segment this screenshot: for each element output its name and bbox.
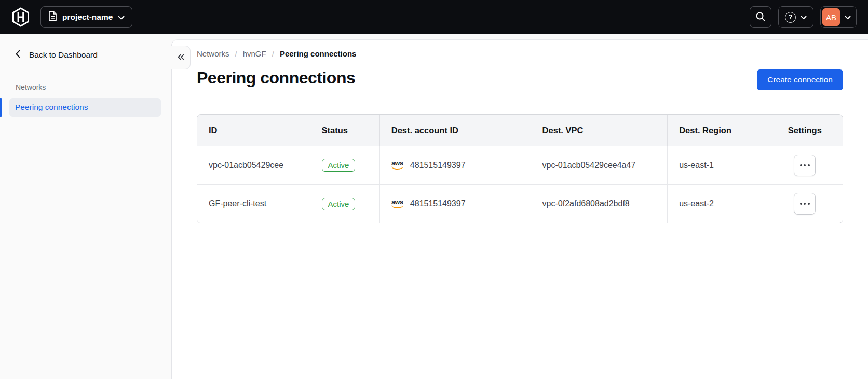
project-switcher[interactable]: project-name — [40, 6, 132, 28]
table-row: vpc-01acb05429cee Active aws 48151514939… — [197, 146, 843, 185]
cell-dest-vpc: vpc-0f2afd6808ad2bdf8 — [531, 185, 668, 223]
column-header-settings: Settings — [767, 115, 843, 146]
peering-connections-table: ID Status Dest. account ID Dest. VPC Des… — [197, 114, 843, 223]
sidebar-item-label: Peering connections — [15, 103, 88, 111]
aws-icon: aws — [391, 161, 403, 170]
document-icon — [48, 11, 57, 23]
status-badge: Active — [322, 159, 356, 172]
help-menu-button[interactable]: ? — [778, 6, 813, 28]
breadcrumb-separator: / — [272, 49, 274, 58]
project-name-label: project-name — [62, 12, 113, 22]
breadcrumb: Networks / hvnGF / Peering connections — [197, 49, 843, 58]
row-actions-button[interactable] — [794, 155, 816, 176]
column-header-dest-account-id: Dest. account ID — [380, 115, 531, 146]
cell-status: Active — [310, 185, 380, 223]
cell-dest-vpc: vpc-01acb05429cee4a47 — [531, 146, 668, 185]
app-body: Back to Dashboard Networks Peering conne… — [0, 34, 868, 379]
sidebar-section-label: Networks — [16, 83, 171, 91]
account-menu-button[interactable]: AB — [820, 6, 857, 28]
aws-icon: aws — [391, 200, 403, 208]
avatar: AB — [822, 8, 840, 26]
table-header-row: ID Status Dest. account ID Dest. VPC Des… — [197, 115, 843, 146]
cell-id: vpc-01acb05429cee — [197, 146, 310, 185]
breadcrumb-current: Peering connections — [280, 49, 357, 58]
cell-status: Active — [310, 146, 380, 185]
back-to-dashboard-label: Back to Dashboard — [29, 50, 98, 60]
row-actions-button[interactable] — [794, 193, 816, 215]
breadcrumb-networks[interactable]: Networks — [197, 49, 229, 58]
main-panel: Networks / hvnGF / Peering connections P… — [171, 39, 868, 379]
top-nav-bar: project-name ? — [0, 0, 868, 34]
sidebar-collapse-button[interactable] — [171, 46, 191, 69]
chevron-down-icon — [801, 13, 807, 21]
search-icon — [755, 11, 766, 23]
back-to-dashboard-link[interactable]: Back to Dashboard — [16, 50, 171, 60]
chevron-left-icon — [16, 50, 20, 60]
account-id-value: 481515149397 — [410, 199, 466, 208]
cell-settings — [767, 146, 843, 185]
status-badge: Active — [322, 198, 356, 210]
hashicorp-logo[interactable] — [11, 7, 30, 27]
column-header-status: Status — [310, 115, 380, 146]
column-header-dest-vpc: Dest. VPC — [531, 115, 668, 146]
breadcrumb-hvn[interactable]: hvnGF — [243, 49, 266, 58]
cell-settings — [767, 185, 843, 223]
create-connection-button[interactable]: Create connection — [757, 69, 843, 90]
ellipsis-icon — [800, 203, 802, 205]
cell-dest-account-id: aws 481515149397 — [380, 146, 531, 185]
breadcrumb-separator: / — [235, 49, 237, 58]
cell-dest-account-id: aws 481515149397 — [380, 185, 531, 223]
chevron-down-icon — [845, 13, 851, 21]
chevron-down-icon — [118, 12, 125, 22]
account-id-value: 481515149397 — [410, 161, 466, 170]
sidebar-item-peering-connections[interactable]: Peering connections — [9, 98, 161, 117]
column-header-id: ID — [197, 115, 310, 146]
page-title: Peering connections — [197, 68, 355, 88]
column-header-dest-region: Dest. Region — [668, 115, 767, 146]
cell-dest-region: us-east-1 — [668, 146, 767, 185]
sidebar: Back to Dashboard Networks Peering conne… — [0, 34, 171, 379]
cell-id: GF-peer-cli-test — [197, 185, 310, 223]
cell-dest-region: us-east-2 — [668, 185, 767, 223]
search-button[interactable] — [750, 6, 771, 28]
ellipsis-icon — [800, 164, 802, 166]
table-row: GF-peer-cli-test Active aws 481515149397 — [197, 185, 843, 223]
question-circle-icon: ? — [785, 12, 796, 23]
double-chevron-left-icon — [177, 54, 185, 62]
